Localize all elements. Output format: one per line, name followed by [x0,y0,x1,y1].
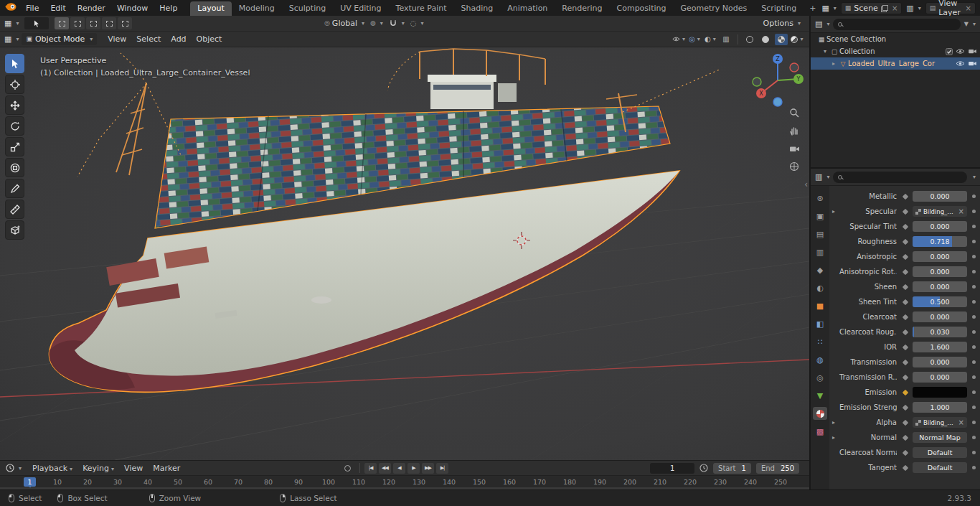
transport-button[interactable]: |◀ [364,463,377,474]
workspace-tab[interactable]: UV Editing [333,1,388,16]
outliner-row-scene-collection[interactable]: ▦ Scene Collection [811,33,980,45]
transport-button[interactable]: ▶ [407,463,420,474]
viewport-menu-item[interactable]: Add [166,32,191,46]
outliner-row-collection[interactable]: ▾ ▢ Collection [811,45,980,57]
disable-render-icon[interactable] [968,48,977,55]
3d-viewport[interactable]: Z Y X User Perspective (1) Collection | … [0,47,809,460]
shading-wireframe-button[interactable] [743,34,756,45]
outliner-editor-type-dropdown[interactable]: ▤▾ [815,20,829,28]
options-dropdown[interactable]: Options▾ [763,19,801,28]
scene-properties-icon[interactable]: ◆ [813,263,827,276]
menu-item[interactable]: Help [154,1,183,15]
playback-range-clock-icon[interactable] [699,464,708,472]
property-value-field[interactable]: Bilding_To...pacity.png [913,417,967,428]
transform-orientation-dropdown[interactable]: ◎ Global▾ [324,19,364,28]
workspace-tab[interactable]: Animation [500,1,555,16]
particles-properties-icon[interactable]: ∷ [813,335,827,348]
keyframe-decorator-icon[interactable] [972,285,976,289]
workspace-tab[interactable]: Compositing [610,1,674,16]
scene-selector[interactable]: ▦ Scene × [841,2,902,14]
keyframe-decorator-icon[interactable] [972,436,976,439]
measure-tool[interactable] [5,200,24,219]
keyframe-decorator-icon[interactable] [972,240,976,243]
world-properties-icon[interactable]: ◐ [813,281,827,294]
add-cube-tool[interactable] [5,220,24,240]
keyframe-decorator-icon[interactable] [972,421,976,424]
keyframe-decorator-icon[interactable] [972,300,976,304]
remove-view-layer-icon[interactable]: × [964,4,971,12]
snap-toggle[interactable]: ▾ [389,19,405,28]
texture-properties-icon[interactable]: ▩ [813,425,827,438]
active-tool-button[interactable] [24,17,49,29]
outliner-filter-dropdown[interactable]: ▼▾ [964,21,976,27]
property-value-field[interactable]: 0.000 [913,311,967,322]
property-value-field[interactable] [913,387,967,398]
property-value-field[interactable]: Default [913,462,967,473]
view-layer-dropdown-icon[interactable]: ▥▾ [906,4,920,12]
sidebar-collapse-icon[interactable]: ‹ [804,179,808,189]
clear-texture-icon[interactable] [957,418,967,426]
menu-item[interactable]: Window [111,1,154,15]
timeline-menu-item[interactable]: View▾ [119,462,148,474]
property-value-field[interactable]: 1.600 [913,342,967,352]
property-value-field[interactable]: 0.000 [913,221,967,232]
property-value-field[interactable]: 0.000 [913,357,967,367]
workspace-tab[interactable]: Modeling [232,1,282,16]
property-value-field[interactable]: 0.000 [913,191,967,202]
camera-view-button[interactable] [786,141,802,156]
cursor-tool[interactable] [5,75,24,94]
transport-button[interactable]: ▶▶ [422,463,434,474]
viewport-menu-item[interactable]: Object [192,32,227,46]
object-properties-icon[interactable]: ■ [813,299,827,312]
zoom-view-button[interactable] [786,105,802,121]
keyframe-decorator-icon[interactable] [972,270,976,273]
gizmos-dropdown[interactable]: ◎▾ [688,34,701,45]
timeline-menu-item[interactable]: Playback▾ [27,462,77,474]
property-value-field[interactable]: Normal Map [913,432,967,443]
editor-type-dropdown[interactable]: ▦▾ [4,19,19,27]
timeline-menu-item[interactable]: Keying▾ [77,462,119,474]
property-value-field[interactable]: 0.718 [913,236,967,247]
keyframe-decorator-icon[interactable] [972,375,976,379]
viewport-menu-item[interactable]: View [103,32,131,46]
shading-rendered-button[interactable]: ▾ [791,34,804,45]
ortho-toggle-button[interactable] [786,159,802,174]
hide-eye-icon[interactable] [956,60,965,67]
properties-search-input[interactable] [833,172,967,183]
transport-button[interactable]: ◀ [393,463,405,474]
blender-logo[interactable] [4,2,17,14]
tool-properties-icon[interactable]: ⊛ [813,192,827,205]
object-data-properties-icon[interactable]: ▼ [813,389,827,402]
current-frame-field[interactable]: 1 [650,463,694,474]
keyframe-decorator-icon[interactable] [972,345,976,349]
select-mode-intersect[interactable] [118,17,132,29]
add-workspace-button[interactable]: + [804,1,821,15]
pan-view-button[interactable] [786,123,802,139]
keyframe-decorator-icon[interactable] [972,451,976,454]
hide-eye-icon[interactable] [956,48,965,55]
outliner-search-input[interactable] [833,19,960,30]
workspace-tab[interactable]: Scripting [754,1,804,16]
transport-button[interactable]: ▶| [436,463,448,474]
transport-button[interactable]: ◀◀ [379,463,391,474]
new-scene-icon[interactable] [881,5,887,11]
expand-icon[interactable]: ▸ [832,419,839,426]
move-tool[interactable] [5,95,24,115]
visibility-dropdown[interactable]: ▾ [672,34,685,45]
render-properties-icon[interactable]: ▣ [813,210,827,222]
output-properties-icon[interactable]: ▤ [813,228,827,240]
disable-render-icon[interactable] [968,60,977,67]
keyframe-decorator-icon[interactable] [972,315,976,319]
pivot-point-dropdown[interactable]: ◍▾ [370,20,383,27]
keyframe-decorator-icon[interactable] [972,360,976,364]
property-value-field[interactable]: Default [913,447,967,458]
keyframe-decorator-icon[interactable] [972,225,976,228]
workspace-tab[interactable]: Rendering [555,1,609,16]
select-box-tool[interactable] [5,54,24,73]
viewport-menu-item[interactable]: Select [131,32,166,46]
unlink-scene-icon[interactable]: × [890,4,897,12]
workspace-tab[interactable]: Shading [454,1,501,16]
rotate-tool[interactable] [5,116,24,136]
property-value-field[interactable]: 0.000 [913,372,967,383]
frame-ruler[interactable]: 1020304050607080901001101201301401501601… [0,475,809,490]
